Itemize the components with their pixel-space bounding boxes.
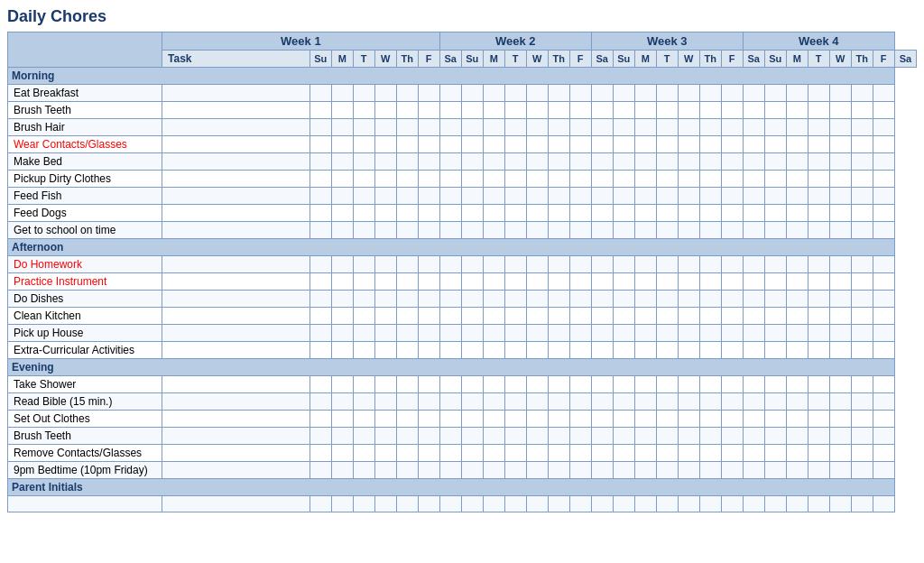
chore-cell[interactable] [310,291,331,308]
chore-cell[interactable] [331,256,353,273]
chore-cell[interactable] [613,256,634,273]
chore-cell[interactable] [699,342,721,359]
chore-cell[interactable] [786,376,808,393]
chore-cell[interactable] [699,393,721,411]
chore-cell[interactable] [851,291,873,308]
chore-cell[interactable] [461,85,483,102]
chore-cell[interactable] [331,102,353,119]
chore-cell[interactable] [483,445,504,462]
chore-cell[interactable] [331,325,353,342]
chore-cell[interactable] [353,325,374,342]
chore-cell[interactable] [396,136,418,153]
chore-cell[interactable] [504,102,526,119]
chore-cell[interactable] [873,462,894,479]
chore-cell[interactable] [331,119,353,136]
chore-cell[interactable] [483,188,504,205]
chore-cell[interactable] [504,445,526,462]
chore-cell[interactable] [310,171,331,188]
chore-cell[interactable] [310,256,331,273]
initials-cell[interactable] [678,496,699,512]
chore-cell[interactable] [331,411,353,428]
chore-cell[interactable] [829,188,851,205]
chore-cell[interactable] [851,222,873,239]
chore-cell[interactable] [873,85,894,102]
chore-cell[interactable] [808,205,829,222]
chore-cell[interactable] [504,119,526,136]
chore-cell[interactable] [504,308,526,325]
chore-cell[interactable] [439,136,461,153]
initials-cell[interactable] [808,496,829,512]
chore-cell[interactable] [548,153,569,171]
chore-cell[interactable] [764,256,786,273]
chore-cell[interactable] [591,205,613,222]
chore-cell[interactable] [353,222,374,239]
chore-cell[interactable] [634,256,656,273]
chore-cell[interactable] [374,308,396,325]
chore-cell[interactable] [873,428,894,445]
chore-cell[interactable] [721,428,743,445]
chore-cell[interactable] [721,136,743,153]
chore-cell[interactable] [591,308,613,325]
chore-cell[interactable] [873,222,894,239]
chore-cell[interactable] [526,291,548,308]
chore-cell[interactable] [504,188,526,205]
chore-cell[interactable] [569,222,591,239]
chore-cell[interactable] [634,325,656,342]
chore-cell[interactable] [699,462,721,479]
chore-cell[interactable] [591,376,613,393]
chore-cell[interactable] [461,205,483,222]
chore-cell[interactable] [656,308,678,325]
chore-cell[interactable] [591,273,613,291]
initials-cell[interactable] [613,496,634,512]
chore-cell[interactable] [678,445,699,462]
chore-cell[interactable] [569,325,591,342]
chore-cell[interactable] [569,85,591,102]
chore-cell[interactable] [764,188,786,205]
chore-cell[interactable] [678,308,699,325]
chore-cell[interactable] [569,411,591,428]
chore-cell[interactable] [353,188,374,205]
chore-cell[interactable] [613,428,634,445]
chore-cell[interactable] [634,393,656,411]
chore-cell[interactable] [613,205,634,222]
chore-cell[interactable] [162,428,310,445]
chore-cell[interactable] [504,376,526,393]
chore-cell[interactable] [829,291,851,308]
chore-cell[interactable] [439,325,461,342]
chore-cell[interactable] [396,393,418,411]
chore-cell[interactable] [591,291,613,308]
chore-cell[interactable] [353,273,374,291]
chore-cell[interactable] [786,171,808,188]
chore-cell[interactable] [743,119,764,136]
initials-cell[interactable] [591,496,613,512]
chore-cell[interactable] [634,428,656,445]
chore-cell[interactable] [808,119,829,136]
chore-cell[interactable] [721,273,743,291]
chore-cell[interactable] [764,222,786,239]
chore-cell[interactable] [699,273,721,291]
chore-cell[interactable] [743,376,764,393]
chore-cell[interactable] [548,325,569,342]
chore-cell[interactable] [331,393,353,411]
chore-cell[interactable] [569,136,591,153]
chore-cell[interactable] [504,171,526,188]
chore-cell[interactable] [591,462,613,479]
chore-cell[interactable] [634,153,656,171]
chore-cell[interactable] [439,153,461,171]
chore-cell[interactable] [786,256,808,273]
chore-cell[interactable] [396,153,418,171]
chore-cell[interactable] [548,188,569,205]
chore-cell[interactable] [743,153,764,171]
chore-cell[interactable] [418,445,439,462]
chore-cell[interactable] [678,102,699,119]
chore-cell[interactable] [504,411,526,428]
chore-cell[interactable] [634,342,656,359]
chore-cell[interactable] [439,376,461,393]
chore-cell[interactable] [634,119,656,136]
chore-cell[interactable] [851,325,873,342]
chore-cell[interactable] [353,376,374,393]
chore-cell[interactable] [548,445,569,462]
chore-cell[interactable] [396,256,418,273]
chore-cell[interactable] [764,325,786,342]
chore-cell[interactable] [743,411,764,428]
